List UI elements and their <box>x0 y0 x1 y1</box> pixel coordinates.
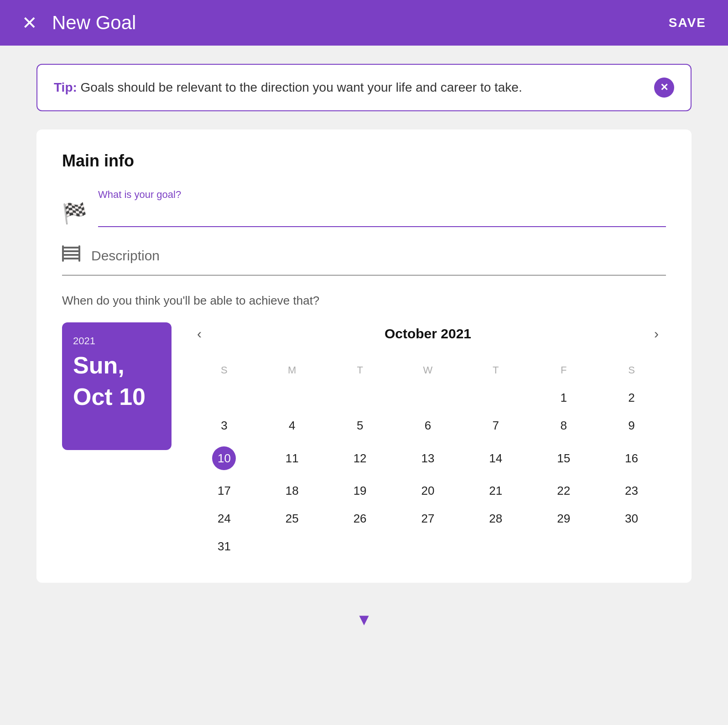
calendar-day-header: M <box>259 361 326 383</box>
calendar-day <box>259 384 326 411</box>
save-button[interactable]: SAVE <box>669 16 706 30</box>
scroll-area[interactable]: Tip: Goals should be relevant to the dir… <box>0 46 728 725</box>
calendar-day[interactable]: 5 <box>327 412 394 439</box>
date-question: When do you think you'll be able to achi… <box>62 294 666 308</box>
calendar-month-title: October 2021 <box>385 326 471 342</box>
calendar-day-header: S <box>191 361 258 383</box>
calendar-day[interactable]: 31 <box>191 533 258 560</box>
goal-input[interactable] <box>98 204 666 227</box>
calendar-day[interactable]: 19 <box>327 477 394 504</box>
calendar-day[interactable]: 6 <box>395 412 462 439</box>
prev-month-button[interactable]: ‹ <box>190 322 209 345</box>
header-left: ✕ New Goal <box>22 12 136 34</box>
calendar-header: ‹ October 2021 › <box>190 322 666 345</box>
calendar-day <box>598 533 665 560</box>
description-divider <box>62 275 666 275</box>
calendar-day[interactable]: 13 <box>395 440 462 476</box>
calendar: ‹ October 2021 › SMTWTFS 123456789101112… <box>190 322 666 561</box>
tip-text: Tip: Goals should be relevant to the dir… <box>54 80 522 95</box>
calendar-day[interactable]: 26 <box>327 505 394 532</box>
calendar-day[interactable]: 3 <box>191 412 258 439</box>
calendar-day[interactable]: 28 <box>462 505 529 532</box>
description-row: Description <box>62 245 666 266</box>
calendar-week-row: 3456789 <box>191 412 665 439</box>
calendar-grid: SMTWTFS 12345678910111213141516171819202… <box>190 360 666 561</box>
calendar-day[interactable]: 20 <box>395 477 462 504</box>
calendar-day[interactable]: 25 <box>259 505 326 532</box>
calendar-day[interactable]: 22 <box>530 477 597 504</box>
tip-label: Tip: <box>54 80 77 94</box>
selected-date-card: 2021 Sun, Oct 10 <box>62 322 172 450</box>
calendar-day[interactable]: 4 <box>259 412 326 439</box>
calendar-day[interactable]: 29 <box>530 505 597 532</box>
calendar-day[interactable]: 9 <box>598 412 665 439</box>
scroll-down-chevron[interactable]: ▼ <box>356 610 372 629</box>
svg-rect-0 <box>63 247 79 249</box>
calendar-day <box>259 533 326 560</box>
description-icon <box>62 245 80 266</box>
calendar-day[interactable]: 15 <box>530 440 597 476</box>
selected-year: 2021 <box>73 335 161 347</box>
svg-rect-2 <box>63 254 79 256</box>
calendar-day[interactable]: 12 <box>327 440 394 476</box>
next-month-button[interactable]: › <box>647 322 666 345</box>
calendar-day <box>462 533 529 560</box>
main-info-card: Main info 🏁 What is your goal? <box>36 129 692 583</box>
calendar-day[interactable]: 2 <box>598 384 665 411</box>
calendar-week-row: 17181920212223 <box>191 477 665 504</box>
calendar-day[interactable]: 23 <box>598 477 665 504</box>
app-header: ✕ New Goal SAVE <box>0 0 728 46</box>
calendar-day[interactable]: 8 <box>530 412 597 439</box>
selected-day-name: Sun, <box>73 352 161 378</box>
close-icon[interactable]: ✕ <box>22 14 37 32</box>
calendar-day[interactable]: 1 <box>530 384 597 411</box>
calendar-day[interactable]: 18 <box>259 477 326 504</box>
calendar-day[interactable]: 21 <box>462 477 529 504</box>
calendar-week-row: 10111213141516 <box>191 440 665 476</box>
calendar-day[interactable]: 10 <box>191 440 258 476</box>
calendar-week-row: 24252627282930 <box>191 505 665 532</box>
calendar-week-row: 12 <box>191 384 665 411</box>
svg-rect-5 <box>78 245 80 262</box>
calendar-day-header: W <box>395 361 462 383</box>
calendar-day <box>327 384 394 411</box>
page-title: New Goal <box>52 12 136 34</box>
tip-banner: Tip: Goals should be relevant to the dir… <box>36 64 692 111</box>
goal-input-label: What is your goal? <box>98 189 666 201</box>
calendar-day <box>395 533 462 560</box>
calendar-day <box>327 533 394 560</box>
calendar-day[interactable]: 16 <box>598 440 665 476</box>
calendar-day <box>395 384 462 411</box>
calendar-day-header: F <box>530 361 597 383</box>
goal-flag-icon: 🏁 <box>62 202 87 225</box>
calendar-day <box>462 384 529 411</box>
calendar-day[interactable]: 30 <box>598 505 665 532</box>
calendar-day[interactable]: 17 <box>191 477 258 504</box>
calendar-day <box>191 384 258 411</box>
calendar-day[interactable]: 27 <box>395 505 462 532</box>
svg-rect-3 <box>63 258 79 259</box>
tip-close-button[interactable] <box>654 78 674 98</box>
description-label: Description <box>91 248 160 264</box>
goal-input-row: 🏁 What is your goal? <box>62 189 666 227</box>
selected-month-day: Oct 10 <box>73 384 161 410</box>
calendar-day[interactable]: 24 <box>191 505 258 532</box>
calendar-day[interactable]: 11 <box>259 440 326 476</box>
calendar-day <box>530 533 597 560</box>
calendar-day-header: S <box>598 361 665 383</box>
calendar-day[interactable]: 14 <box>462 440 529 476</box>
calendar-day[interactable]: 7 <box>462 412 529 439</box>
calendar-section: 2021 Sun, Oct 10 ‹ October 2021 › SMTWTF… <box>62 322 666 561</box>
calendar-week-row: 31 <box>191 533 665 560</box>
svg-rect-1 <box>63 250 79 252</box>
main-content: Tip: Goals should be relevant to the dir… <box>0 46 728 725</box>
card-title: Main info <box>62 151 666 171</box>
svg-rect-4 <box>62 245 64 262</box>
calendar-day-header: T <box>462 361 529 383</box>
goal-input-wrap: What is your goal? <box>98 189 666 227</box>
bottom-chevron-area: ▼ <box>36 601 692 647</box>
calendar-day-header: T <box>327 361 394 383</box>
